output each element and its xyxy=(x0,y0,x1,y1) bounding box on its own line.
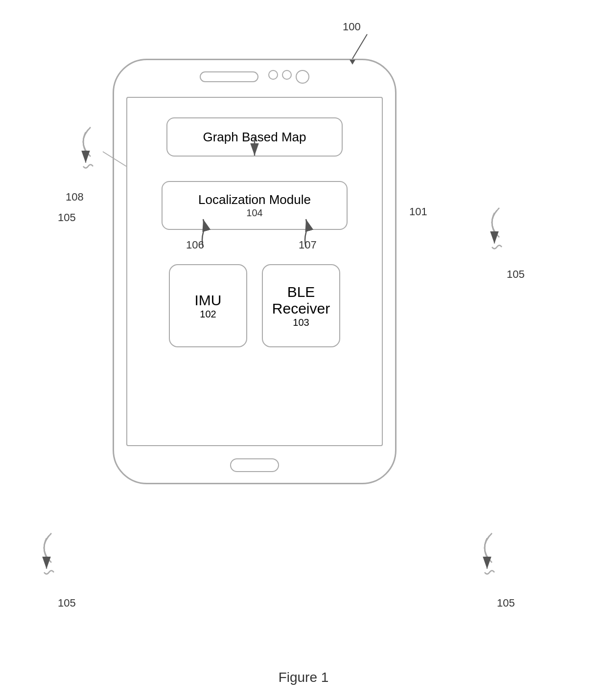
imu-label: IMU xyxy=(195,292,222,309)
ref-100-arrow xyxy=(328,29,387,70)
phone-dot-1 xyxy=(268,70,278,80)
ble-number: 103 xyxy=(293,317,309,328)
ref-105-4: 105 xyxy=(497,597,515,610)
graph-based-map-box: Graph Based Map xyxy=(166,117,343,157)
graph-based-map-label: Graph Based Map xyxy=(203,130,306,145)
phone-home-button xyxy=(230,458,279,472)
ref-101: 101 xyxy=(409,205,427,218)
imu-box: IMU 102 xyxy=(169,264,247,347)
imu-number: 102 xyxy=(200,309,216,320)
diagram: Graph Based Map Localization Module 104 … xyxy=(0,0,607,700)
phone-screen: Graph Based Map Localization Module 104 … xyxy=(126,97,383,446)
localization-number: 104 xyxy=(246,207,262,219)
ref-108: 108 xyxy=(66,191,84,203)
localization-label: Localization Module xyxy=(198,192,311,207)
phone-top-bar xyxy=(157,70,352,84)
ref-106: 106 xyxy=(186,239,204,251)
ble-label-line2: Receiver xyxy=(272,300,330,317)
ble-box: BLE Receiver 103 xyxy=(262,264,340,347)
ref-105-3: 105 xyxy=(58,597,76,610)
svg-marker-9 xyxy=(350,60,355,65)
ref-105-1: 105 xyxy=(58,211,76,224)
phone-dot-3 xyxy=(296,70,309,84)
localization-module-box: Localization Module 104 xyxy=(162,181,348,230)
phone-outline: Graph Based Map Localization Module 104 … xyxy=(113,59,397,484)
svg-line-8 xyxy=(352,34,367,59)
figure-caption: Figure 1 xyxy=(279,670,329,685)
phone-speaker xyxy=(200,71,258,82)
ref-100: 100 xyxy=(343,21,361,33)
phone-dot-2 xyxy=(282,70,292,80)
ble-label-line1: BLE xyxy=(287,284,315,300)
ref-107: 107 xyxy=(299,239,317,251)
ref-105-2: 105 xyxy=(507,268,525,281)
bottom-modules: IMU 102 BLE Receiver 103 xyxy=(169,264,340,347)
phone-dots xyxy=(268,70,309,84)
